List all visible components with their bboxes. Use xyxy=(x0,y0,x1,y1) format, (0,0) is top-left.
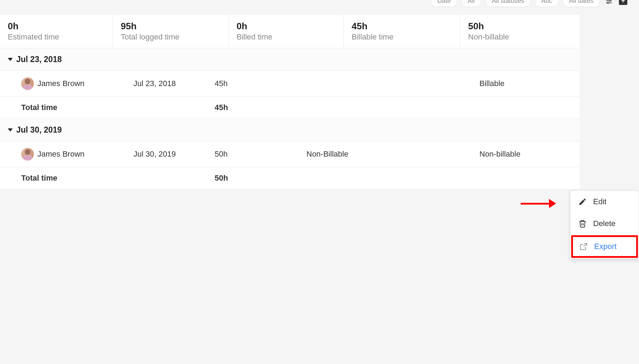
group-date-2: Jul 30, 2019 xyxy=(16,125,62,135)
caret-down-icon xyxy=(8,58,13,61)
entry-status: Non-billable xyxy=(479,150,580,159)
entry-status: Billable xyxy=(479,79,580,88)
group-total-row: Total time 50h xyxy=(0,167,580,189)
group-date-1: Jul 23, 2018 xyxy=(16,55,62,64)
summary-billed-time: 0h Billed time xyxy=(229,14,344,48)
total-time-value: 50h xyxy=(215,174,306,183)
filter-sort-label: Abc xyxy=(541,0,552,5)
summary-total-logged: 95h Total logged time xyxy=(113,14,229,48)
filter-all-label: All xyxy=(468,0,475,5)
summary-estimated-value: 0h xyxy=(8,21,105,32)
plus-icon: + xyxy=(619,0,627,5)
filter-all[interactable]: All xyxy=(461,0,482,7)
summary-total-logged-label: Total logged time xyxy=(121,32,221,42)
entry-date: Jul 23, 2018 xyxy=(133,79,215,88)
caret-down-icon xyxy=(8,128,13,132)
summary-nonbillable-value: 50h xyxy=(468,21,572,32)
summary-billable-time: 45h Billable time xyxy=(344,14,460,48)
entry-time: 45h xyxy=(215,79,306,88)
svg-point-5 xyxy=(607,2,609,4)
filter-date-label: Date xyxy=(437,0,451,5)
entry-date: Jul 30, 2019 xyxy=(133,150,215,159)
avatar-icon xyxy=(21,77,34,90)
filter-sort[interactable]: Abc xyxy=(535,0,559,7)
summary-billable-value: 45h xyxy=(352,21,452,32)
filter-dates-label: All dates xyxy=(569,0,593,5)
menu-item-edit[interactable]: Edit xyxy=(571,191,639,213)
group-header-1[interactable]: Jul 23, 2018 xyxy=(0,48,580,71)
summary-nonbillable-label: Non-billable xyxy=(468,32,572,42)
summary-billable-label: Billable time xyxy=(352,32,452,42)
group-header-2[interactable]: Jul 30, 2019 xyxy=(0,119,580,141)
entry-user-name: James Brown xyxy=(37,79,84,88)
summary-billed-label: Billed time xyxy=(237,32,336,42)
summary-estimated-time: 0h Estimated time xyxy=(0,14,113,48)
summary-estimated-label: Estimated time xyxy=(8,32,105,42)
filter-date[interactable]: Date xyxy=(431,0,458,7)
trash-icon xyxy=(578,219,587,228)
svg-point-4 xyxy=(609,0,611,1)
pencil-icon xyxy=(578,198,587,206)
summary-nonbillable-time: 50h Non-billable xyxy=(460,14,580,48)
context-menu: Edit Delete Export xyxy=(570,190,639,259)
group-total-row: Total time 45h xyxy=(0,97,580,119)
entry-user: James Brown xyxy=(0,77,133,90)
filter-statuses[interactable]: All statuses xyxy=(485,0,531,7)
menu-item-export[interactable]: Export xyxy=(571,235,638,258)
menu-item-edit-label: Edit xyxy=(593,197,607,206)
time-entry-row[interactable]: James Brown Jul 23, 2018 45h Billable xyxy=(0,71,580,97)
time-report-content: 0h Estimated time 95h Total logged time … xyxy=(0,14,580,189)
filter-toolbar: Date All All statuses Abc All dates + xyxy=(0,0,639,14)
annotation-arrow xyxy=(521,199,556,208)
entry-user-name: James Brown xyxy=(37,150,84,159)
menu-item-delete[interactable]: Delete xyxy=(571,213,639,235)
entry-desc: Non-Billable xyxy=(306,150,479,159)
total-time-value: 45h xyxy=(215,103,306,112)
add-button[interactable]: + xyxy=(618,0,628,6)
time-entry-row[interactable]: James Brown Jul 30, 2019 50h Non-Billabl… xyxy=(0,141,580,167)
entry-time: 50h xyxy=(215,150,306,159)
export-icon xyxy=(579,242,588,251)
entry-user: James Brown xyxy=(0,148,133,160)
total-label: Total time xyxy=(0,103,133,112)
menu-item-delete-label: Delete xyxy=(593,219,616,228)
filter-statuses-label: All statuses xyxy=(492,0,524,5)
avatar-icon xyxy=(21,148,34,160)
menu-item-export-label: Export xyxy=(594,242,617,251)
summary-row: 0h Estimated time 95h Total logged time … xyxy=(0,14,580,48)
total-label: Total time xyxy=(0,174,133,183)
filter-dates[interactable]: All dates xyxy=(562,0,600,7)
summary-total-logged-value: 95h xyxy=(121,21,221,32)
settings-sliders-button[interactable] xyxy=(604,0,614,6)
summary-billed-value: 0h xyxy=(237,21,336,32)
sliders-icon xyxy=(605,0,613,5)
